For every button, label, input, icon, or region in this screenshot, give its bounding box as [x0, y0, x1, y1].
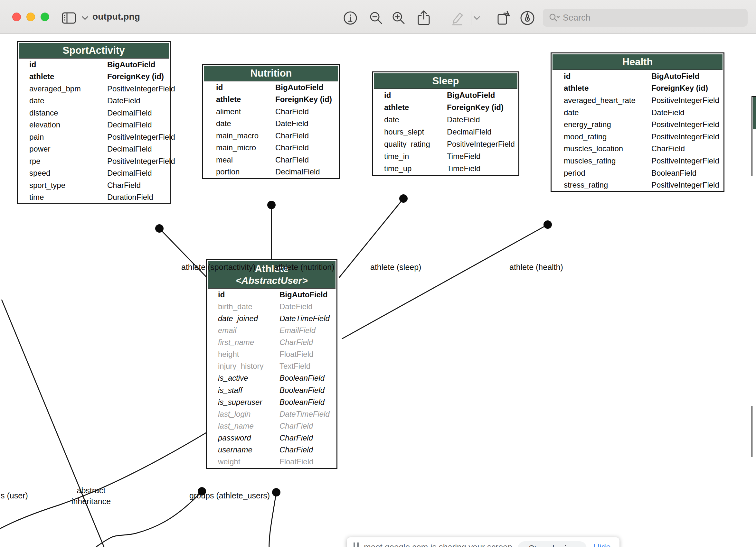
table-row: averaged_bpmPositiveIntegerField [18, 83, 170, 95]
offscreen-table-border [751, 406, 752, 457]
field-name: athlete [216, 95, 275, 104]
fullscreen-button[interactable] [41, 13, 49, 21]
table-row: dateDateField [373, 114, 518, 126]
offscreen-table-border-top [751, 96, 756, 97]
field-type: DurationField [107, 193, 153, 202]
field-name: email [218, 326, 279, 335]
pause-sharing-icon[interactable] [354, 542, 361, 547]
edge-label-sportactivity: athlete (sportactivity) [181, 263, 256, 272]
entity-table-health: HealthidBigAutoFieldathleteForeignKey (i… [551, 52, 724, 192]
table-row: emailEmailField [207, 324, 336, 336]
field-name: hours_slept [384, 127, 447, 137]
edge-label-sleep: athlete (sleep) [370, 263, 421, 272]
table-title: Health [622, 56, 653, 68]
table-row: athleteForeignKey (id) [18, 71, 170, 83]
table-row: quality_ratingPositiveIntegerField [373, 138, 518, 150]
field-type: EmailField [279, 326, 316, 335]
field-type: ForeignKey (id) [651, 84, 708, 93]
field-type: ForeignKey (id) [447, 103, 504, 112]
field-type: DecimalField [107, 120, 152, 129]
markup-chevron-down-icon[interactable] [468, 10, 485, 26]
stop-sharing-button[interactable]: Stop sharing [518, 541, 587, 547]
field-type: BigAutoField [651, 72, 699, 81]
field-type: ForeignKey (id) [107, 72, 164, 81]
field-type: CharField [279, 445, 313, 454]
field-type: PositiveIntegerField [651, 96, 719, 105]
field-name: weight [218, 457, 279, 466]
edge-athlete-users [269, 492, 276, 547]
field-type: CharField [279, 421, 313, 430]
field-type: ForeignKey (id) [275, 95, 332, 104]
field-type: CharField [279, 433, 313, 442]
title-chevron-down-icon[interactable] [77, 10, 93, 26]
table-row: idBigAutoField [207, 288, 336, 300]
table-row: is_staffBooleanField [207, 384, 336, 396]
field-name: mood_rating [564, 132, 651, 141]
hide-link[interactable]: Hide [593, 542, 610, 547]
field-type: CharField [279, 338, 313, 347]
table-row: is_superuserBooleanField [207, 396, 336, 408]
field-type: PositiveIntegerField [651, 181, 719, 190]
table-row: sport_typeCharField [18, 179, 170, 192]
field-name: id [216, 83, 275, 92]
table-row: hours_sleptDecimalField [373, 126, 518, 138]
rotate-button[interactable] [495, 10, 512, 26]
table-row: time_upTimeField [373, 163, 518, 175]
entity-table-sportactivity: SportActivityidBigAutoFieldathleteForeig… [17, 41, 171, 204]
table-row: stress_ratingPositiveIntegerField [552, 179, 723, 191]
table-row: weightFloatField [207, 456, 336, 468]
table-header: SportActivity [19, 43, 169, 59]
offscreen-table-header [753, 97, 756, 129]
zoom-in-button[interactable] [390, 10, 407, 26]
field-name: athlete [384, 103, 447, 112]
field-name: is_superuser [218, 398, 279, 407]
table-row: speedDecimalField [18, 167, 170, 180]
edge-label-user: s (user) [1, 491, 28, 500]
field-type: BooleanField [279, 373, 325, 382]
table-row: mealCharField [203, 154, 339, 166]
field-name: main_macro [216, 131, 275, 140]
share-button[interactable] [415, 10, 432, 26]
table-row: dateDateField [203, 118, 339, 130]
field-type: PositiveIntegerField [107, 157, 175, 166]
markup-toolbar-button[interactable] [519, 10, 536, 26]
table-row: birth_dateDateField [207, 300, 336, 312]
table-row: usernameCharField [207, 444, 336, 456]
field-name: averaged_bpm [29, 84, 107, 93]
field-name: time [29, 193, 107, 202]
table-row: main_microCharField [203, 142, 339, 154]
zoom-out-button[interactable] [368, 10, 384, 26]
field-type: BigAutoField [107, 60, 155, 69]
field-name: quality_rating [384, 140, 447, 149]
field-type: FloatField [279, 457, 313, 466]
info-button[interactable] [342, 10, 359, 26]
field-name: password [218, 433, 279, 442]
field-name: power [29, 145, 107, 154]
minimize-button[interactable] [26, 13, 35, 21]
edge-abstract-inheritance [2, 299, 111, 547]
search-input[interactable]: Search [543, 9, 748, 27]
field-type: DecimalField [107, 145, 152, 154]
field-name: username [218, 445, 279, 454]
preview-window: output.png [0, 0, 756, 547]
field-name: id [29, 60, 107, 69]
search-placeholder: Search [563, 13, 591, 23]
field-name: id [218, 290, 279, 299]
sidebar-toggle-icon[interactable] [61, 10, 77, 26]
field-name: last_login [218, 410, 279, 419]
field-name: date_joined [218, 314, 279, 323]
table-row: idBigAutoField [552, 70, 723, 82]
markup-pencil-icon [449, 10, 466, 26]
field-type: TimeField [447, 152, 480, 161]
table-row: idBigAutoField [373, 89, 518, 101]
table-row: muscles_ratingPositiveIntegerField [552, 155, 723, 167]
close-button[interactable] [12, 13, 21, 21]
table-title: Sleep [432, 75, 459, 87]
relation-dot [399, 194, 408, 203]
field-name: speed [29, 169, 107, 178]
field-type: PositiveIntegerField [447, 140, 515, 149]
field-type: PositiveIntegerField [107, 84, 175, 93]
table-title: SportActivity [63, 44, 125, 56]
field-type: DateTimeField [279, 410, 330, 419]
table-row: elevationDecimalField [18, 119, 170, 131]
